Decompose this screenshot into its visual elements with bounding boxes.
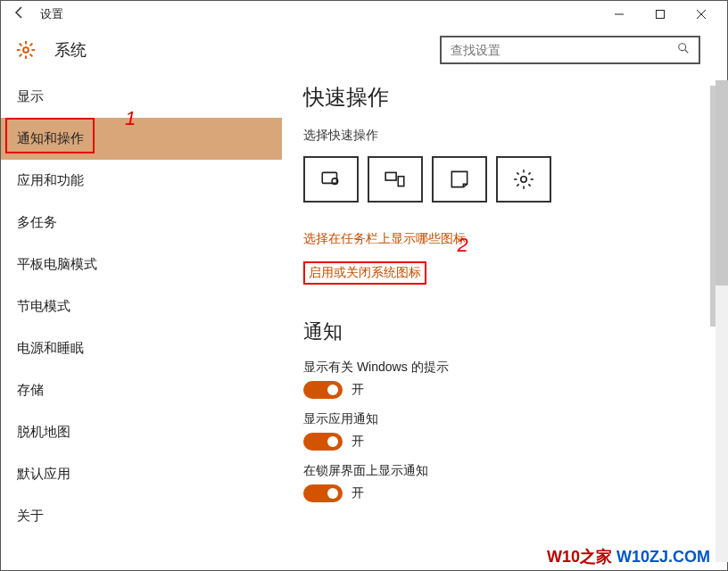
svg-point-13 <box>679 44 686 51</box>
watermark: W10之家 W10ZJ.COM <box>547 546 710 567</box>
watermark-b: W10ZJ.COM <box>612 548 710 566</box>
svg-rect-1 <box>657 11 665 19</box>
toggle-0[interactable] <box>303 381 343 399</box>
annotation-2: 2 <box>457 234 467 257</box>
link-system-icons[interactable]: 启用或关闭系统图标 <box>303 261 426 285</box>
watermark-a: W10之家 <box>547 548 612 566</box>
toggle-state: 开 <box>352 382 364 398</box>
svg-line-25 <box>528 184 530 186</box>
scrollbar-thumb[interactable] <box>716 80 728 286</box>
setting-label: 显示有关 Windows 的提示 <box>303 360 706 376</box>
tile-note[interactable] <box>432 156 487 203</box>
toggle-1[interactable] <box>303 433 343 451</box>
setting-row-1: 显示应用通知开 <box>303 411 706 451</box>
sidebar-item-1[interactable]: 通知和操作 <box>1 118 282 160</box>
svg-rect-17 <box>385 172 396 180</box>
notifications-heading: 通知 <box>303 319 706 345</box>
svg-line-9 <box>20 44 22 46</box>
section-title: 系统 <box>54 39 87 61</box>
svg-line-27 <box>517 184 518 186</box>
svg-line-26 <box>528 172 530 174</box>
toggle-state: 开 <box>352 434 364 450</box>
toggle-state: 开 <box>352 485 364 501</box>
gear-icon <box>15 39 37 61</box>
titlebar: 设置 <box>1 1 727 28</box>
tile-settings[interactable] <box>496 156 551 203</box>
search-icon <box>677 42 690 58</box>
sidebar-item-4[interactable]: 平板电脑模式 <box>1 244 282 286</box>
settings-window: 设置 系统 显示通知和操作应用和功能多任务平板电脑模式节电模式电源和睡眠存储脱机… <box>0 0 728 571</box>
sidebar-item-3[interactable]: 多任务 <box>1 202 282 244</box>
setting-row-0: 显示有关 Windows 的提示开 <box>303 360 706 399</box>
content-scrollbar[interactable] <box>710 86 716 327</box>
sidebar-item-9[interactable]: 默认应用 <box>1 453 282 495</box>
tile-tablet-mode[interactable] <box>303 156 359 203</box>
sidebar: 显示通知和操作应用和功能多任务平板电脑模式节电模式电源和睡眠存储脱机地图默认应用… <box>1 72 282 570</box>
maximize-button[interactable] <box>640 1 681 28</box>
window-title: 设置 <box>40 6 63 22</box>
search-input[interactable] <box>451 43 677 57</box>
sub-header: 系统 <box>1 28 727 72</box>
sidebar-item-0[interactable]: 显示 <box>1 76 282 118</box>
svg-line-10 <box>30 54 33 57</box>
back-button[interactable] <box>6 5 33 24</box>
sidebar-item-5[interactable]: 节电模式 <box>1 286 282 327</box>
toggle-2[interactable] <box>303 484 343 502</box>
setting-label: 在锁屏界面上显示通知 <box>303 463 706 479</box>
sidebar-item-2[interactable]: 应用和功能 <box>1 160 282 202</box>
choose-quick-actions-label: 选择快速操作 <box>303 128 706 144</box>
tile-connect[interactable] <box>368 156 423 203</box>
sidebar-item-10[interactable]: 关于 <box>1 495 282 537</box>
search-box[interactable] <box>440 36 700 64</box>
svg-point-19 <box>521 177 527 183</box>
minimize-button[interactable] <box>599 1 640 28</box>
svg-line-14 <box>685 50 689 54</box>
close-button[interactable] <box>681 1 722 28</box>
svg-line-24 <box>517 172 518 174</box>
link-taskbar-icons[interactable]: 选择在任务栏上显示哪些图标 <box>303 231 706 247</box>
quick-action-tiles <box>303 156 706 203</box>
sidebar-item-7[interactable]: 存储 <box>1 369 282 411</box>
body: 显示通知和操作应用和功能多任务平板电脑模式节电模式电源和睡眠存储脱机地图默认应用… <box>1 72 727 570</box>
setting-row-2: 在锁屏界面上显示通知开 <box>303 463 706 502</box>
quick-actions-heading: 快速操作 <box>303 83 706 112</box>
window-scrollbar[interactable] <box>716 80 728 562</box>
svg-rect-18 <box>398 177 404 186</box>
svg-point-4 <box>23 47 29 53</box>
content-pane: 快速操作 选择快速操作 选择在任务栏上显示哪些图标 启用或关闭系统图标 2 通知… <box>282 72 727 570</box>
sidebar-item-8[interactable]: 脱机地图 <box>1 411 282 453</box>
sidebar-item-6[interactable]: 电源和睡眠 <box>1 327 282 369</box>
setting-label: 显示应用通知 <box>303 411 706 427</box>
svg-line-11 <box>30 44 33 46</box>
svg-line-12 <box>20 54 22 57</box>
